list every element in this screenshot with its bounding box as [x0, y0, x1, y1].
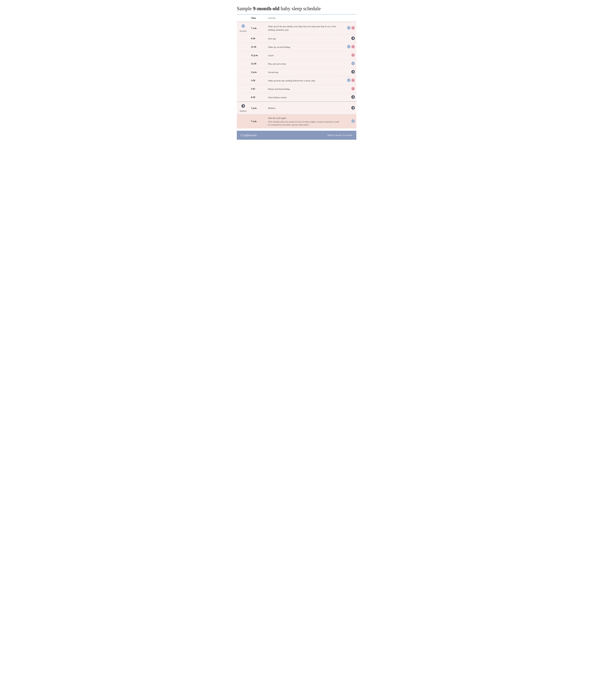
side-cell: Bedtime	[237, 102, 250, 114]
dark-moon-icon	[351, 95, 355, 99]
activity-cell: Second nap	[267, 68, 342, 76]
dark-moon-icon	[351, 106, 355, 110]
footer-brand: Cradlewise	[241, 133, 257, 137]
table-header: Time Activity	[237, 14, 356, 22]
schedule-table: Time Activity Daytime7 a.m.Wake up for t…	[237, 14, 356, 128]
icon-cell	[342, 51, 356, 59]
table-row: 3:30Wake up from nap, feeding followed b…	[237, 76, 356, 85]
side-cell	[237, 68, 250, 76]
table-row: 12 p.m.Lunch	[237, 51, 356, 59]
icon-cell	[342, 68, 356, 76]
side-cell	[237, 76, 250, 85]
icon-group	[351, 70, 355, 74]
svg-point-34	[349, 80, 350, 80]
icon-cell	[342, 22, 356, 34]
activity-cell: Start the cycle again(This schedule allo…	[267, 114, 342, 128]
pink-bottle-icon	[351, 53, 355, 57]
header-icons	[342, 14, 356, 22]
time-cell: 12 p.m.	[250, 51, 267, 59]
icon-group	[347, 45, 355, 49]
side-cell	[237, 34, 250, 43]
svg-point-45	[353, 97, 353, 98]
blue-sun-icon	[351, 61, 355, 66]
icon-group	[351, 53, 355, 57]
icon-group	[351, 95, 355, 99]
table-row: 7 a.m.Start the cycle again(This schedul…	[237, 114, 356, 128]
activity-cell: Dinner and final feeding	[267, 85, 342, 93]
page-title: Sample 9-month-old baby sleep schedule	[237, 6, 356, 12]
icon-cell	[342, 34, 356, 43]
activity-cell: Play and active time	[267, 59, 342, 68]
svg-point-44	[353, 96, 353, 97]
icon-cell	[342, 114, 356, 128]
section-label: Bedtime	[240, 110, 247, 112]
table-row: 6:30Start bedtime routine	[237, 93, 356, 101]
svg-point-3	[347, 26, 350, 30]
svg-point-15	[348, 46, 348, 47]
header-activity: Activity	[267, 14, 342, 22]
icon-group	[347, 78, 355, 83]
svg-point-26	[352, 63, 353, 64]
icon-cell	[342, 85, 356, 93]
icon-group	[351, 87, 355, 91]
svg-rect-41	[353, 88, 353, 88]
icon-cell	[342, 59, 356, 68]
svg-point-0	[241, 25, 245, 28]
blue-sun-icon	[347, 26, 351, 30]
blue-sun-icon	[347, 45, 351, 49]
pink-bottle-icon	[351, 87, 355, 91]
side-cell	[237, 43, 250, 51]
time-cell: 11:30	[250, 43, 267, 51]
dark-moon-icon	[351, 36, 355, 41]
svg-point-27	[353, 63, 354, 64]
svg-point-52	[353, 107, 353, 108]
svg-point-33	[348, 80, 348, 80]
svg-point-4	[348, 28, 348, 28]
time-cell: 2 p.m.	[250, 68, 267, 76]
icon-cell	[342, 93, 356, 101]
side-cell	[237, 85, 250, 93]
table-row: 11:30Wake up, second feeding	[237, 43, 356, 51]
icon-cell	[342, 76, 356, 85]
svg-point-25	[351, 62, 355, 65]
blue-sun-icon	[241, 24, 245, 29]
section-label: Daytime	[240, 30, 247, 32]
activity-cell: Bedtime	[267, 102, 342, 114]
svg-point-16	[349, 46, 350, 47]
svg-point-32	[347, 79, 350, 82]
time-cell: 6:30	[250, 93, 267, 101]
time-cell: 12:30	[250, 59, 267, 68]
footer-tagline: Made by parents, for parents	[327, 134, 352, 136]
table-row: 5:45Dinner and final feeding	[237, 85, 356, 93]
icon-group	[351, 119, 355, 123]
header-time: Time	[250, 14, 267, 22]
footer-bar: Cradlewise Made by parents, for parents	[237, 131, 356, 140]
table-row: Daytime7 a.m.Wake up for the day (ideall…	[237, 22, 356, 34]
activity-cell: Wake up for the day (ideally your baby d…	[267, 22, 342, 34]
side-cell: Daytime	[237, 22, 250, 34]
activity-cell: First nap	[267, 34, 342, 43]
time-cell: 7 a.m.	[250, 114, 267, 128]
side-cell	[237, 114, 250, 128]
header-side	[237, 14, 250, 22]
blue-sun-icon	[351, 119, 355, 123]
table-row: 2 p.m.Second nap	[237, 68, 356, 76]
table-row: 9:30First nap	[237, 34, 356, 43]
svg-point-30	[353, 72, 353, 73]
icon-cell	[342, 102, 356, 114]
activity-cell: Wake up from nap, feeding followed by a …	[267, 76, 342, 85]
svg-point-55	[351, 120, 355, 123]
icon-group	[351, 61, 355, 66]
activity-cell: Lunch	[267, 51, 342, 59]
svg-rect-23	[353, 54, 353, 54]
blue-sun-icon	[347, 78, 351, 83]
svg-point-57	[353, 121, 354, 121]
side-cell	[237, 51, 250, 59]
time-cell: 5:45	[250, 85, 267, 93]
svg-point-5	[349, 28, 350, 28]
icon-group	[351, 36, 355, 41]
svg-rect-37	[353, 79, 353, 80]
dark-moon-icon	[241, 104, 245, 109]
svg-point-56	[352, 121, 353, 121]
table-row: Bedtime7 p.m.Bedtime	[237, 102, 356, 114]
